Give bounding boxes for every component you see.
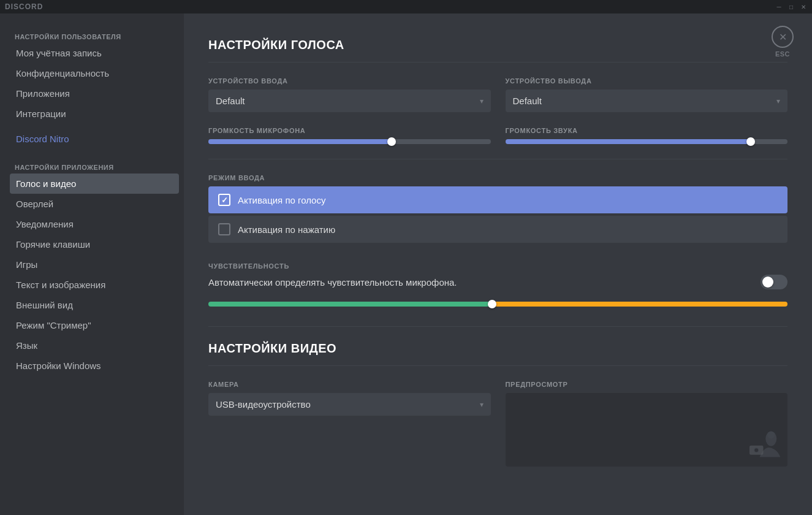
sensitivity-slider-track	[208, 302, 787, 307]
volume-sliders-row: ГРОМКОСТЬ МИКРОФОНА ГРОМКОСТЬ ЗВУКА	[208, 127, 787, 144]
sidebar-item-windows[interactable]: Настройки Windows	[10, 356, 179, 376]
nitro-label: Discord Nitro	[16, 134, 69, 144]
camera-placeholder	[506, 393, 788, 467]
sidebar: НАСТРОЙКИ ПОЛЬЗОВАТЕЛЯ Моя учётная запис…	[0, 13, 184, 515]
esc-button[interactable]: ✕ ESC	[772, 26, 794, 58]
output-device-label: УСТРОЙСТВО ВЫВОДА	[506, 77, 788, 85]
sound-volume-thumb[interactable]	[746, 137, 755, 146]
output-device-select[interactable]: Default	[506, 90, 788, 112]
sidebar-item-label: Язык	[16, 340, 37, 351]
mic-volume-label: ГРОМКОСТЬ МИКРОФОНА	[208, 127, 491, 134]
minimize-button[interactable]: ─	[775, 3, 783, 10]
sidebar-item-label: Режим "Стример"	[16, 320, 91, 330]
sidebar-item-label: Игры	[16, 259, 37, 270]
output-device-wrapper: Default ▾	[506, 90, 788, 112]
input-device-group: УСТРОЙСТВО ВВОДА Default ▾	[208, 77, 491, 112]
preview-group: ПРЕДПРОСМОТР	[506, 381, 788, 467]
sensitivity-slider-yellow	[492, 302, 787, 307]
sound-volume-group: ГРОМКОСТЬ ЗВУКА	[506, 127, 788, 144]
window-controls: ─ □ ✕	[775, 3, 807, 10]
sound-volume-label: ГРОМКОСТЬ ЗВУКА	[506, 127, 788, 134]
mic-volume-group: ГРОМКОСТЬ МИКРОФОНА	[208, 127, 491, 144]
sidebar-item-hotkeys[interactable]: Горячие клавиши	[10, 234, 179, 254]
sensitivity-label: ЧУВСТВИТЕЛЬНОСТЬ	[208, 262, 787, 270]
sidebar-item-nitro[interactable]: Discord Nitro	[10, 129, 179, 149]
svg-point-1	[767, 432, 775, 439]
sound-volume-slider[interactable]	[506, 139, 788, 144]
divider-2	[208, 326, 787, 327]
sidebar-item-account[interactable]: Моя учётная запись	[10, 43, 179, 63]
input-device-select[interactable]: Default	[208, 90, 491, 112]
sidebar-item-appearance[interactable]: Внешний вид	[10, 295, 179, 315]
mic-volume-thumb[interactable]	[387, 137, 396, 146]
sensitivity-toggle-thumb	[762, 277, 773, 288]
output-device-group: УСТРОЙСТВО ВЫВОДА Default ▾	[506, 77, 788, 112]
sound-volume-fill	[506, 139, 751, 144]
sidebar-item-label: Приложения	[16, 88, 70, 99]
camera-group: КАМЕРА USB-видеоустройство ▾	[208, 381, 491, 416]
svg-point-4	[754, 448, 758, 452]
app-settings-header: НАСТРОЙКИ ПРИЛОЖЕНИЯ	[10, 154, 179, 174]
push-checkbox[interactable]	[218, 223, 230, 235]
close-button[interactable]: ✕	[800, 3, 807, 10]
preview-label: ПРЕДПРОСМОТР	[506, 381, 788, 388]
sensitivity-text: Автоматически определять чувствительност…	[208, 277, 457, 288]
sensitivity-row: Автоматически определять чувствительност…	[208, 275, 787, 289]
input-mode-voice-option[interactable]: Активация по голосу	[208, 186, 787, 213]
push-option-label: Активация по нажатию	[238, 224, 335, 235]
esc-label: ESC	[775, 50, 790, 58]
sidebar-item-label: Текст и изображения	[16, 280, 105, 290]
video-section-title: НАСТРОЙКИ ВИДЕО	[208, 341, 787, 366]
input-device-wrapper: Default ▾	[208, 90, 491, 112]
sensitivity-slider-green	[208, 302, 492, 307]
app-body: НАСТРОЙКИ ПОЛЬЗОВАТЕЛЯ Моя учётная запис…	[0, 13, 812, 515]
sidebar-item-label: Внешний вид	[16, 300, 73, 310]
video-row: КАМЕРА USB-видеоустройство ▾ ПРЕДПРОСМОТ…	[208, 381, 787, 467]
mic-volume-slider[interactable]	[208, 139, 491, 144]
sidebar-item-language[interactable]: Язык	[10, 335, 179, 356]
esc-circle-icon[interactable]: ✕	[772, 26, 794, 48]
sidebar-item-integrations[interactable]: Интеграции	[10, 104, 179, 124]
input-mode-label: РЕЖИМ ВВОДА	[208, 174, 787, 181]
main-content: ✕ ESC НАСТРОЙКИ ГОЛОСА УСТРОЙСТВО ВВОДА …	[184, 13, 812, 515]
device-dropdowns-row: УСТРОЙСТВО ВВОДА Default ▾ УСТРОЙСТВО ВЫ…	[208, 77, 787, 112]
sidebar-item-text[interactable]: Текст и изображения	[10, 275, 179, 295]
voice-checkbox[interactable]	[218, 194, 230, 206]
sidebar-item-label: Горячие клавиши	[16, 239, 90, 250]
sidebar-item-label: Настройки Windows	[16, 360, 101, 371]
sidebar-item-label: Голос и видео	[16, 178, 76, 189]
titlebar: DISCORD ─ □ ✕	[0, 0, 812, 13]
sidebar-item-apps[interactable]: Приложения	[10, 83, 179, 104]
sidebar-item-privacy[interactable]: Конфиденциальность	[10, 63, 179, 83]
sidebar-item-label: Оверлей	[16, 199, 53, 209]
mic-volume-fill	[208, 139, 392, 144]
video-preview	[506, 393, 788, 467]
voice-option-label: Активация по голосу	[238, 195, 325, 205]
sidebar-item-label: Конфиденциальность	[16, 68, 109, 78]
sidebar-item-streamer[interactable]: Режим "Стример"	[10, 315, 179, 335]
camera-label: КАМЕРА	[208, 381, 491, 388]
sidebar-item-label: Уведомления	[16, 219, 74, 229]
input-mode-section: РЕЖИМ ВВОДА Активация по голосу Активаци…	[208, 174, 787, 243]
voice-section-title: НАСТРОЙКИ ГОЛОСА	[208, 38, 787, 63]
sensitivity-slider-thumb[interactable]	[488, 300, 496, 308]
sidebar-item-label: Моя учётная запись	[16, 48, 102, 58]
input-mode-push-option[interactable]: Активация по нажатию	[208, 216, 787, 243]
camera-figure-icon	[746, 425, 783, 462]
sidebar-item-label: Интеграции	[16, 109, 66, 119]
camera-dropdown-wrapper: USB-видеоустройство ▾	[208, 393, 491, 416]
maximize-button[interactable]: □	[787, 3, 795, 10]
sensitivity-toggle[interactable]	[761, 275, 787, 289]
camera-select[interactable]: USB-видеоустройство	[208, 393, 491, 416]
video-section: НАСТРОЙКИ ВИДЕО КАМЕРА USB-видеоустройст…	[208, 341, 787, 467]
sidebar-item-games[interactable]: Игры	[10, 254, 179, 275]
app-title: DISCORD	[5, 2, 43, 11]
sidebar-item-notifications[interactable]: Уведомления	[10, 214, 179, 234]
sensitivity-slider-container[interactable]	[208, 297, 787, 307]
sensitivity-section: ЧУВСТВИТЕЛЬНОСТЬ Автоматически определят…	[208, 262, 787, 307]
input-device-label: УСТРОЙСТВО ВВОДА	[208, 77, 491, 85]
user-settings-header: НАСТРОЙКИ ПОЛЬЗОВАТЕЛЯ	[10, 23, 179, 43]
sidebar-item-overlay[interactable]: Оверлей	[10, 194, 179, 214]
sidebar-item-voice[interactable]: Голос и видео	[10, 174, 179, 194]
divider-1	[208, 159, 787, 159]
